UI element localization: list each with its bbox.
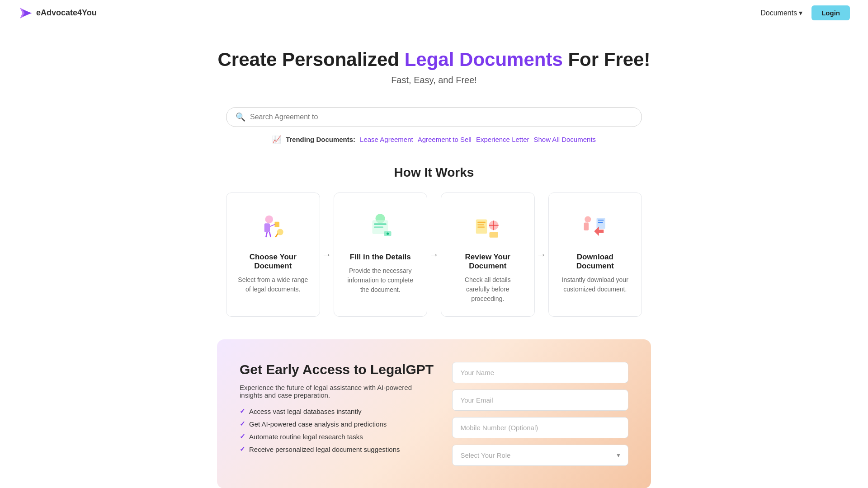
ea-description: Experience the future of legal assistanc… — [240, 384, 434, 399]
trending-bar: 📈 Trending Documents: Lease Agreement Ag… — [0, 135, 868, 144]
ea-feature-4-text: Receive personalized legal document sugg… — [249, 446, 400, 453]
documents-label: Documents — [760, 9, 797, 17]
search-input[interactable] — [250, 113, 632, 121]
arrow-2: → — [427, 249, 441, 261]
role-select-wrapper: Select Your Role Lawyer Client Student B… — [452, 445, 628, 466]
svg-line-9 — [275, 234, 278, 237]
logo-text: eAdvocate4You — [36, 8, 97, 18]
step-3-illustration — [452, 209, 524, 245]
search-box: 🔍 — [226, 107, 642, 127]
ea-feature-3: ✓ Automate routine legal research tasks — [240, 432, 434, 441]
chevron-down-icon: ▾ — [799, 9, 802, 17]
check-icon-3: ✓ — [240, 432, 245, 441]
hero-title-part3: For Free! — [563, 49, 651, 70]
trending-label: Trending Documents: — [286, 136, 355, 143]
step-2-illustration — [345, 209, 416, 245]
early-access-section: Get Early Access to LegalGPT Experience … — [217, 339, 651, 488]
step-4-icon — [579, 211, 611, 243]
svg-rect-23 — [489, 232, 498, 238]
step-card-1: Choose Your Document Select from a wide … — [226, 192, 320, 317]
check-icon-1: ✓ — [240, 407, 245, 415]
svg-rect-7 — [274, 222, 279, 227]
svg-rect-25 — [584, 223, 589, 231]
svg-line-6 — [270, 224, 275, 226]
how-it-works-section: How It Works Choose Your Document Select… — [0, 165, 868, 317]
hero-title-highlight: Legal Documents — [405, 49, 563, 70]
trending-inner: 📈 Trending Documents: Lease Agreement Ag… — [272, 135, 596, 144]
trending-link-sell[interactable]: Agreement to Sell — [418, 136, 472, 143]
svg-point-24 — [585, 216, 591, 223]
ea-feature-2: ✓ Get AI-powered case analysis and predi… — [240, 420, 434, 428]
svg-rect-13 — [374, 226, 383, 228]
steps-container: Choose Your Document Select from a wide … — [217, 192, 651, 317]
hero-subtitle: Fast, Easy, and Free! — [9, 75, 859, 85]
svg-point-2 — [265, 216, 273, 224]
hero-section: Create Personalized Legal Documents For … — [0, 26, 868, 94]
svg-point-15 — [387, 232, 389, 235]
svg-rect-17 — [477, 222, 486, 223]
svg-line-5 — [269, 232, 271, 237]
email-input[interactable] — [452, 389, 628, 411]
hero-title-part1: Create Personalized — [218, 49, 405, 70]
documents-menu-button[interactable]: Documents ▾ — [760, 9, 802, 17]
check-icon-4: ✓ — [240, 445, 245, 453]
ea-title: Get Early Access to LegalGPT — [240, 362, 434, 377]
step-4-desc: Instantly download your customized docum… — [560, 275, 631, 294]
search-icon: 🔍 — [236, 112, 245, 122]
ea-feature-3-text: Automate routine legal research tasks — [249, 433, 363, 441]
step-3-desc: Check all details carefully before proce… — [452, 275, 524, 304]
svg-rect-19 — [477, 226, 485, 228]
search-container: 🔍 — [217, 107, 651, 127]
svg-rect-3 — [264, 223, 270, 232]
login-button[interactable]: Login — [811, 5, 850, 20]
role-select[interactable]: Select Your Role Lawyer Client Student B… — [452, 445, 628, 466]
arrow-3: → — [535, 249, 548, 261]
ea-feature-1-text: Access vast legal databases instantly — [249, 408, 361, 415]
check-icon-2: ✓ — [240, 420, 245, 428]
arrow-1: → — [320, 249, 334, 261]
step-4-title: Download Document — [560, 253, 631, 271]
nav-right: Documents ▾ Login — [760, 5, 850, 20]
ea-feature-2-text: Get AI-powered case analysis and predict… — [249, 420, 387, 428]
ea-right: Select Your Role Lawyer Client Student B… — [452, 362, 628, 466]
ea-feature-4: ✓ Receive personalized legal document su… — [240, 445, 434, 453]
step-2-icon — [364, 211, 396, 243]
step-2-title: Fill in the Details — [345, 253, 416, 262]
step-4-illustration — [560, 209, 631, 245]
mobile-input[interactable] — [452, 417, 628, 438]
step-1-title: Choose Your Document — [237, 253, 309, 271]
trending-icon: 📈 — [272, 135, 281, 144]
logo-icon — [18, 6, 33, 20]
step-card-3: Review Your Document Check all details c… — [441, 192, 535, 317]
trending-link-lease[interactable]: Lease Agreement — [360, 136, 413, 143]
step-3-title: Review Your Document — [452, 253, 524, 271]
how-it-works-title: How It Works — [0, 165, 868, 180]
step-card-2: Fill in the Details Provide the necessar… — [334, 192, 428, 317]
logo[interactable]: eAdvocate4You — [18, 6, 97, 20]
ea-feature-1: ✓ Access vast legal databases instantly — [240, 407, 434, 415]
svg-line-4 — [266, 232, 267, 237]
hero-title: Create Personalized Legal Documents For … — [9, 49, 859, 70]
step-1-icon — [257, 211, 289, 243]
step-1-illustration — [237, 209, 309, 245]
ea-features-list: ✓ Access vast legal databases instantly … — [240, 407, 434, 453]
ea-left: Get Early Access to LegalGPT Experience … — [240, 362, 452, 453]
step-1-desc: Select from a wide range of legal docume… — [237, 275, 309, 294]
svg-rect-18 — [477, 224, 484, 225]
step-3-icon — [472, 211, 504, 243]
trending-link-all[interactable]: Show All Documents — [534, 136, 596, 143]
svg-rect-12 — [374, 223, 387, 225]
step-card-4: Download Document Instantly download you… — [548, 192, 642, 317]
step-2-desc: Provide the necessary information to com… — [345, 266, 416, 295]
svg-rect-26 — [597, 218, 605, 229]
trending-link-exp[interactable]: Experience Letter — [476, 136, 529, 143]
name-input[interactable] — [452, 362, 628, 383]
